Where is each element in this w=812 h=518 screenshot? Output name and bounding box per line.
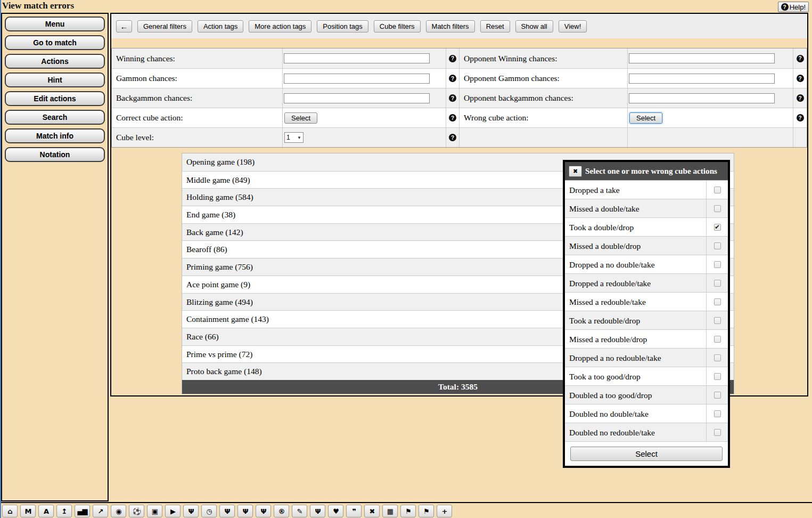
sidebar-item-hint[interactable]: Hint (5, 72, 105, 87)
filter-row: Correct cube action: Select ? Wrong cube… (112, 108, 807, 127)
sidebar-item-actions[interactable]: Actions (5, 54, 105, 69)
row-checkbox[interactable] (714, 205, 721, 212)
trophy-button[interactable]: Ψ (219, 505, 235, 517)
help-icon[interactable]: ? (797, 55, 804, 62)
general-filters-button[interactable]: General filters (137, 20, 192, 33)
upload-button[interactable]: ↥ (56, 505, 72, 517)
row-checkbox[interactable] (714, 242, 721, 249)
film-button[interactable]: ▦ (382, 505, 398, 517)
cube-level-select[interactable]: 1 ▼ (284, 132, 304, 143)
heart-icon: ♥ (333, 507, 339, 515)
help-icon[interactable]: ? (797, 75, 804, 82)
a-icon: A (44, 507, 48, 515)
row-checkbox[interactable] (714, 410, 721, 417)
row-checkbox[interactable] (714, 298, 721, 305)
plus-icon: + (442, 507, 447, 515)
sidebar-item-go-to-match[interactable]: Go to match (5, 35, 105, 50)
help-icon[interactable]: ? (449, 114, 456, 122)
sidebar-item-menu[interactable]: Menu (5, 17, 105, 31)
close-button[interactable]: ✖ (364, 505, 380, 517)
cube-action-row: Missed a redouble/take (565, 292, 728, 311)
film-icon: ▦ (387, 507, 393, 515)
row-checkbox[interactable] (714, 354, 721, 361)
back-button[interactable]: ← (116, 20, 132, 33)
correct-cube-action-label: Correct cube action: (112, 108, 282, 127)
help-icon[interactable]: ? (797, 94, 804, 102)
help-icon[interactable]: ? (449, 134, 456, 141)
bookmark-icon: ⚑ (423, 507, 429, 515)
bookmark-button[interactable]: ⚑ (419, 505, 434, 517)
filter-toolbar: ← General filters Action tags More actio… (111, 14, 807, 38)
more-action-tags-button[interactable]: More action tags (249, 20, 311, 33)
close-icon: ✖ (370, 507, 375, 515)
row-checkbox[interactable] (714, 373, 721, 380)
soccer-ball-icon: ⚽ (133, 507, 141, 515)
cube-action-row: Took a too good/drop (565, 367, 728, 385)
match-filters-button[interactable]: Match filters (426, 20, 475, 33)
chat-icon: ❞ (352, 507, 356, 515)
row-checkbox[interactable] (714, 317, 721, 324)
row-checkbox[interactable] (714, 429, 721, 436)
chat-button[interactable]: ❞ (346, 505, 362, 517)
dialog-select-button[interactable]: Select (570, 447, 723, 461)
help-icon[interactable]: ? (797, 114, 804, 122)
clock-button[interactable]: ◷ (201, 505, 217, 517)
eye-button[interactable]: ◉ (111, 505, 126, 517)
winning-chances-input[interactable] (284, 53, 430, 63)
trophy-icon: Ψ (315, 507, 320, 515)
sidebar-item-notation[interactable]: Notation (5, 147, 105, 162)
cube-action-row: Dropped a no redouble/take (565, 348, 728, 367)
cube-level-label: Cube level: (112, 128, 282, 147)
show-all-button[interactable]: Show all (515, 20, 553, 33)
filter-row: Winning chances: ? Opponent Winning chan… (112, 48, 807, 68)
view-button[interactable]: View! (559, 20, 587, 33)
archive-box-button[interactable]: ▣ (147, 505, 162, 517)
row-checkbox[interactable] (714, 280, 721, 287)
row-checkbox[interactable] (714, 261, 721, 268)
trophy-button[interactable]: Ψ (256, 505, 271, 517)
sidebar-item-search[interactable]: Search (5, 110, 105, 125)
play-button[interactable]: ▶ (165, 505, 181, 517)
heart-button[interactable]: ♥ (328, 505, 343, 517)
plus-button[interactable]: + (437, 505, 452, 517)
help-icon[interactable]: ? (449, 94, 456, 102)
gammon-chances-input[interactable] (284, 74, 430, 84)
cube-action-row: Dropped a redouble/take (565, 273, 728, 292)
trophy-button[interactable]: Ψ (183, 505, 199, 517)
opponent-winning-chances-input[interactable] (629, 53, 775, 63)
correct-cube-action-select-button[interactable]: Select (284, 112, 317, 124)
bookmark-button[interactable]: ⚑ (400, 505, 416, 517)
row-checkbox[interactable] (714, 224, 721, 231)
sidebar-item-match-info[interactable]: Match info (5, 128, 105, 143)
help-icon[interactable]: ? (449, 75, 456, 82)
opponent-gammon-chances-input[interactable] (629, 74, 775, 84)
action-tags-button[interactable]: Action tags (198, 20, 243, 33)
sidebar-item-edit-actions[interactable]: Edit actions (5, 91, 105, 106)
line-chart-button[interactable]: ↗ (93, 505, 108, 517)
dialog-close-button[interactable]: ✖ (569, 166, 582, 177)
trophy-button[interactable]: Ψ (310, 505, 325, 517)
m-button[interactable]: M (20, 505, 36, 517)
reset-button[interactable]: Reset (480, 20, 510, 33)
cube-action-row: Dropped a take (565, 180, 728, 199)
trophy-button[interactable]: Ψ (237, 505, 253, 517)
soccer-ball-button[interactable]: ⚽ (129, 505, 144, 517)
position-tags-button[interactable]: Position tags (317, 20, 368, 33)
backgammon-chances-input[interactable] (284, 93, 430, 103)
cube-filters-button[interactable]: Cube filters (374, 20, 421, 33)
wrong-cube-action-select-button[interactable]: Select (629, 112, 662, 124)
filter-row: Backgammon chances: ? Opponent backgammo… (112, 88, 807, 108)
row-checkbox[interactable] (714, 392, 721, 399)
edit-button[interactable]: ✎ (292, 505, 307, 517)
close-icon: ✖ (573, 168, 578, 175)
home-button[interactable]: ⌂ (2, 505, 18, 517)
dialog-title: Select one or more wrong cube actions (585, 166, 717, 176)
help-button[interactable]: ? Help! (778, 2, 809, 12)
a-button[interactable]: A (38, 505, 54, 517)
opponent-backgammon-chances-input[interactable] (629, 93, 775, 103)
row-checkbox[interactable] (714, 187, 721, 193)
bar-chart-button[interactable]: ▄▆ (75, 505, 90, 517)
registered-button[interactable]: ® (274, 505, 289, 517)
row-checkbox[interactable] (714, 336, 721, 343)
help-icon[interactable]: ? (449, 55, 456, 62)
